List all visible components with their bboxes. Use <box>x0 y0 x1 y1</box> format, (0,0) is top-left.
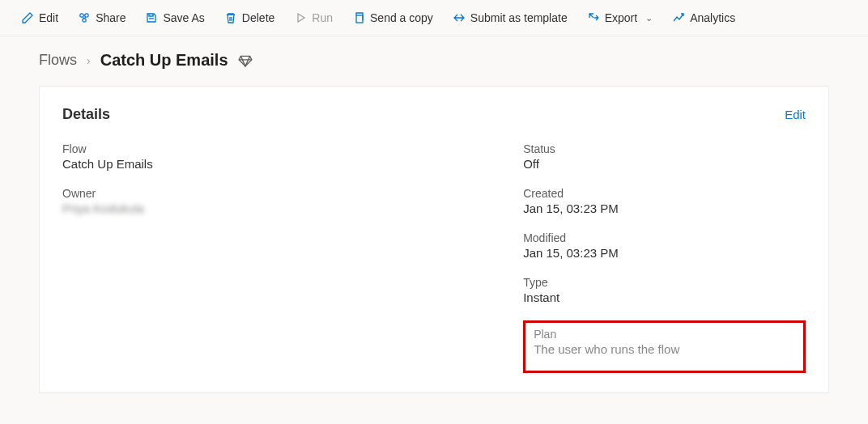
copy-icon <box>352 11 365 24</box>
save-as-label: Save As <box>163 11 204 24</box>
export-label: Export <box>605 11 637 24</box>
send-copy-button[interactable]: Send a copy <box>344 6 441 29</box>
plan-field: Plan The user who runs the flow <box>534 328 795 356</box>
svg-rect-3 <box>356 15 363 23</box>
modified-label: Modified <box>523 231 806 244</box>
export-button[interactable]: Export ⌄ <box>579 6 661 29</box>
run-label: Run <box>312 11 333 24</box>
delete-button[interactable]: Delete <box>216 6 283 29</box>
created-field: Created Jan 15, 03:23 PM <box>523 187 806 215</box>
breadcrumb-root[interactable]: Flows <box>39 52 77 69</box>
status-label: Status <box>523 142 806 155</box>
details-card: Details Edit Flow Catch Up Emails Owner … <box>39 86 829 393</box>
created-label: Created <box>523 187 806 200</box>
analytics-label: Analytics <box>690 11 735 24</box>
edit-button[interactable]: Edit <box>13 6 66 29</box>
owner-field: Owner Priya Kodukula <box>62 187 523 215</box>
details-left-column: Flow Catch Up Emails Owner Priya Kodukul… <box>62 142 523 373</box>
trash-icon <box>224 11 237 24</box>
flow-label: Flow <box>62 142 523 155</box>
edit-label: Edit <box>39 11 58 24</box>
flow-value: Catch Up Emails <box>62 157 523 171</box>
card-header: Details Edit <box>62 106 806 123</box>
send-copy-label: Send a copy <box>370 11 433 24</box>
plan-value: The user who runs the flow <box>534 342 795 356</box>
svg-point-2 <box>83 19 86 22</box>
type-field: Type Instant <box>523 276 806 304</box>
status-field: Status Off <box>523 142 806 171</box>
owner-label: Owner <box>62 187 523 200</box>
chevron-down-icon: ⌄ <box>645 13 653 23</box>
svg-point-0 <box>80 14 83 17</box>
status-value: Off <box>523 157 806 171</box>
delete-label: Delete <box>242 11 274 24</box>
share-icon <box>78 11 91 24</box>
analytics-icon <box>672 11 685 24</box>
page-content: Flows › Catch Up Emails Details Edit Flo… <box>0 36 868 393</box>
submit-template-label: Submit as template <box>470 11 568 24</box>
pencil-icon <box>21 11 34 24</box>
flow-field: Flow Catch Up Emails <box>62 142 523 171</box>
analytics-button[interactable]: Analytics <box>664 6 743 29</box>
modified-value: Jan 15, 03:23 PM <box>523 246 806 260</box>
submit-icon <box>453 11 466 24</box>
type-label: Type <box>523 276 806 289</box>
breadcrumb: Flows › Catch Up Emails <box>39 51 829 70</box>
chevron-right-icon: › <box>87 54 91 67</box>
details-title: Details <box>62 106 110 123</box>
plan-label: Plan <box>534 328 795 341</box>
play-icon <box>294 11 307 24</box>
owner-value: Priya Kodukula <box>62 201 523 215</box>
type-value: Instant <box>523 290 806 304</box>
save-as-icon <box>145 11 158 24</box>
save-as-button[interactable]: Save As <box>137 6 212 29</box>
share-label: Share <box>96 11 126 24</box>
details-columns: Flow Catch Up Emails Owner Priya Kodukul… <box>62 142 806 373</box>
share-button[interactable]: Share <box>70 6 134 29</box>
plan-highlight: Plan The user who runs the flow <box>523 320 806 373</box>
run-button: Run <box>286 6 341 29</box>
details-right-column: Status Off Created Jan 15, 03:23 PM Modi… <box>523 142 806 373</box>
created-value: Jan 15, 03:23 PM <box>523 201 806 215</box>
command-bar: Edit Share Save As Delete Run Send a cop… <box>0 0 868 36</box>
export-icon <box>587 11 600 24</box>
svg-point-1 <box>85 14 88 17</box>
submit-template-button[interactable]: Submit as template <box>445 6 576 29</box>
details-edit-link[interactable]: Edit <box>785 108 806 121</box>
breadcrumb-current: Catch Up Emails <box>100 51 228 70</box>
premium-diamond-icon <box>238 53 253 68</box>
modified-field: Modified Jan 15, 03:23 PM <box>523 231 806 260</box>
